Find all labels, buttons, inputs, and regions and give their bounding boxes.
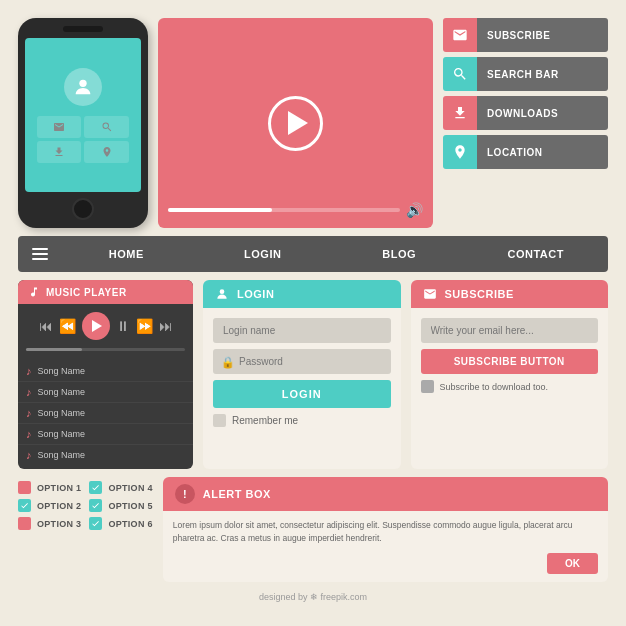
video-progress-bar[interactable]: 🔊 <box>168 202 423 218</box>
option-6-label: OPTION 6 <box>108 519 152 529</box>
play-button[interactable] <box>268 96 323 151</box>
remember-me-label: Remember me <box>232 415 298 426</box>
list-item[interactable]: ♪ Song Name <box>18 403 193 424</box>
alert-header: ! ALERT BOX <box>163 477 608 511</box>
phone-notch <box>63 26 103 32</box>
prev-button[interactable]: ⏪ <box>59 318 76 334</box>
music-progress-fill <box>26 348 82 351</box>
search-bar-button[interactable]: SEARCH BAR <box>443 57 608 91</box>
nav-blog[interactable]: BLOG <box>331 248 468 260</box>
password-input[interactable] <box>213 349 391 374</box>
music-player-title: MUSIC PLAYER <box>46 287 127 298</box>
note-icon: ♪ <box>26 428 32 440</box>
subscribe-button[interactable]: SUBSCRIBE BUTTON <box>421 349 599 374</box>
option-5[interactable]: OPTION 5 <box>89 499 152 512</box>
option-4-label: OPTION 4 <box>108 483 152 493</box>
play-icon <box>288 111 308 135</box>
subscribe-box: SUBSCRIBE SUBSCRIBE BUTTON Subscribe to … <box>411 280 609 469</box>
login-title: LOGIN <box>237 288 274 300</box>
nav-login[interactable]: LOGIN <box>195 248 332 260</box>
next-next-button[interactable]: ⏭ <box>159 318 173 334</box>
option-5-checkbox[interactable] <box>89 499 102 512</box>
alert-title: ALERT BOX <box>203 488 271 500</box>
avatar <box>64 68 102 106</box>
list-item[interactable]: ♪ Song Name <box>18 424 193 445</box>
option-6-checkbox[interactable] <box>89 517 102 530</box>
phone-home-button[interactable] <box>72 198 94 220</box>
note-icon: ♪ <box>26 449 32 461</box>
login-button[interactable]: LOGIN <box>213 380 391 408</box>
video-player: 🔊 <box>158 18 433 228</box>
nav-home[interactable]: HOME <box>58 248 195 260</box>
subscribe-button[interactable]: SUBSCRIBE <box>443 18 608 52</box>
alert-icon: ! <box>175 484 195 504</box>
option-6[interactable]: OPTION 6 <box>89 517 152 530</box>
hamburger-line <box>32 248 48 250</box>
next-button[interactable]: ⏩ <box>136 318 153 334</box>
option-1-label: OPTION 1 <box>37 483 81 493</box>
play-icon <box>92 320 102 332</box>
progress-fill <box>168 208 272 212</box>
prev-prev-button[interactable]: ⏮ <box>39 318 53 334</box>
phone-mockup <box>18 18 148 228</box>
search-icon <box>443 57 477 91</box>
music-progress-bar[interactable] <box>26 348 185 351</box>
progress-track <box>168 208 400 212</box>
music-player-header: MUSIC PLAYER <box>18 280 193 304</box>
options-col-1: OPTION 1 OPTION 2 OPTION 3 <box>18 481 81 530</box>
alert-body-text: Lorem ipsum dolor sit amet, consectetur … <box>163 511 608 553</box>
option-2-checkbox[interactable] <box>18 499 31 512</box>
location-label: LOCATION <box>477 135 608 169</box>
note-icon: ♪ <box>26 365 32 377</box>
lock-icon: 🔒 <box>221 355 235 368</box>
search-bar-label: SEARCH BAR <box>477 57 608 91</box>
list-item[interactable]: ♪ Song Name <box>18 361 193 382</box>
list-item[interactable]: ♪ Song Name <box>18 382 193 403</box>
list-item[interactable]: ♪ Song Name <box>18 445 193 465</box>
remember-me-row: Remember me <box>213 414 391 427</box>
song-name: Song Name <box>38 450 86 460</box>
option-2-label: OPTION 2 <box>37 501 81 511</box>
play-pause-button[interactable] <box>82 312 110 340</box>
music-player: MUSIC PLAYER ⏮ ⏪ ⏸ ⏩ ⏭ ♪ Song Name <box>18 280 193 469</box>
hamburger-line <box>32 258 48 260</box>
subscribe-check-label: Subscribe to download too. <box>440 382 549 392</box>
login-form-body: 🔒 LOGIN Remember me <box>203 308 401 437</box>
alert-box: ! ALERT BOX Lorem ipsum dolor sit amet, … <box>163 477 608 582</box>
email-input[interactable] <box>421 318 599 343</box>
nav-contact[interactable]: CONTACT <box>468 248 605 260</box>
note-icon: ♪ <box>26 386 32 398</box>
downloads-button[interactable]: DOWNLOADS <box>443 96 608 130</box>
remember-me-checkbox[interactable] <box>213 414 226 427</box>
note-icon: ♪ <box>26 407 32 419</box>
action-buttons: SUBSCRIBE SEARCH BAR DOWNLOADS LOCATION <box>443 18 608 228</box>
option-1[interactable]: OPTION 1 <box>18 481 81 494</box>
phone-search-icon <box>84 116 129 138</box>
option-1-checkbox[interactable] <box>18 481 31 494</box>
hamburger-menu[interactable] <box>22 236 58 272</box>
subscribe-label: SUBSCRIBE <box>477 18 608 52</box>
option-2[interactable]: OPTION 2 <box>18 499 81 512</box>
subscribe-title: SUBSCRIBE <box>445 288 514 300</box>
song-name: Song Name <box>38 408 86 418</box>
envelope-icon <box>443 18 477 52</box>
phone-email-icon <box>37 116 82 138</box>
location-button[interactable]: LOCATION <box>443 135 608 169</box>
phone-screen <box>25 38 141 192</box>
login-form: LOGIN 🔒 LOGIN Remember me <box>203 280 401 469</box>
subscribe-check-row: Subscribe to download too. <box>421 380 599 393</box>
option-4[interactable]: OPTION 4 <box>89 481 152 494</box>
phone-download-icon <box>37 141 82 163</box>
pause-button[interactable]: ⏸ <box>116 318 130 334</box>
subscribe-checkbox[interactable] <box>421 380 434 393</box>
option-3-checkbox[interactable] <box>18 517 31 530</box>
alert-ok-button[interactable]: OK <box>547 553 598 574</box>
svg-point-0 <box>79 79 86 86</box>
option-4-checkbox[interactable] <box>89 481 102 494</box>
phone-icons-grid <box>37 116 130 163</box>
option-3[interactable]: OPTION 3 <box>18 517 81 530</box>
downloads-label: DOWNLOADS <box>477 96 608 130</box>
song-name: Song Name <box>38 429 86 439</box>
location-icon <box>443 135 477 169</box>
username-input[interactable] <box>213 318 391 343</box>
